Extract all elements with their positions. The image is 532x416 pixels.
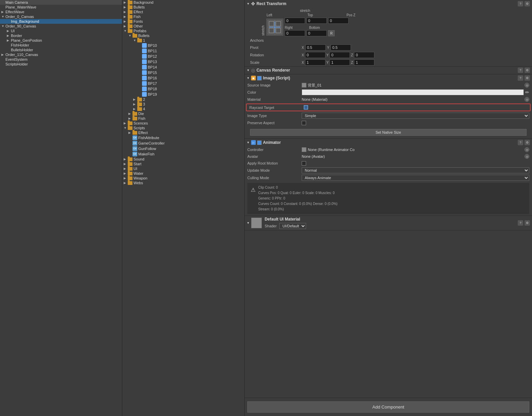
hierarchy-item-plane-genpostion[interactable]: ▶ Plane_GenPostion: [0, 38, 122, 43]
material-picker[interactable]: ◎: [525, 97, 529, 102]
shader-select[interactable]: UI/Default: [279, 223, 306, 229]
add-component-button[interactable]: Add Component: [247, 401, 529, 413]
hierarchy-item-main-camera[interactable]: Main Camera: [0, 0, 122, 5]
project-item-bullets-2[interactable]: ▶ 2: [122, 97, 244, 102]
project-item-fonts[interactable]: ▶ Fonts: [122, 19, 244, 24]
preserve-aspect-checkbox[interactable]: [302, 121, 306, 125]
animator-header[interactable]: ▼ ▷ Animator ? ⚙: [245, 139, 532, 146]
project-item-start[interactable]: ▶ Start: [122, 162, 244, 166]
gear-icon[interactable]: ⚙: [525, 1, 530, 6]
image-script-header[interactable]: ▼ ▣ Image (Script) ? ⚙: [245, 74, 532, 82]
bottom-input[interactable]: [306, 30, 327, 36]
project-item-bp12[interactable]: BP12: [122, 54, 244, 59]
hierarchy-item-order0canvas[interactable]: ▼ Order_0_Canvas: [0, 14, 122, 19]
hierarchy-item-plane-waterwave[interactable]: Plane_WaterWave: [0, 5, 122, 10]
project-item-die[interactable]: ▶ Die: [122, 111, 244, 116]
project-item-bullets-3[interactable]: ▶ 3: [122, 102, 244, 107]
color-swatch[interactable]: [302, 89, 524, 95]
update-mode-select[interactable]: Normal: [302, 167, 529, 173]
project-item-fish2[interactable]: ▶ Fish: [122, 116, 244, 121]
project-item-other[interactable]: ▶ Other: [122, 24, 244, 29]
canvas-renderer-header[interactable]: ▼ ◎ Canvas Renderer ? ⚙: [245, 67, 532, 74]
project-item-weapon[interactable]: ▶ Weapon: [122, 176, 244, 181]
eyedropper-icon[interactable]: ✏: [525, 90, 529, 95]
r-button[interactable]: R: [328, 30, 335, 36]
project-item-bullets-4[interactable]: ▶ 4: [122, 107, 244, 111]
image-enabled-checkbox[interactable]: [257, 76, 262, 80]
source-image-picker[interactable]: ◎: [525, 83, 529, 88]
project-item-scripts[interactable]: ▼ Scripts: [122, 126, 244, 130]
animator-info-icon[interactable]: ?: [518, 140, 523, 145]
native-size-button[interactable]: Set Native Size: [250, 129, 527, 136]
project-item-fish[interactable]: ▶ Fish: [122, 14, 244, 19]
hierarchy-item-border[interactable]: ▶ Border: [0, 33, 122, 38]
project-item-bp11[interactable]: BP11: [122, 48, 244, 54]
raycast-checkbox[interactable]: [304, 105, 308, 110]
project-item-bp13[interactable]: BP13: [122, 59, 244, 64]
hierarchy-item-bulletsholder[interactable]: BulletsHolder: [0, 48, 122, 52]
hierarchy-item-effectwave[interactable]: ▶ EffectWave: [0, 10, 122, 14]
animator-gear-icon[interactable]: ⚙: [525, 140, 530, 145]
material-gear-icon[interactable]: ⚙: [525, 220, 530, 226]
project-item-bp16[interactable]: BP16: [122, 75, 244, 81]
project-item-bullets[interactable]: ▶ Bullets: [122, 5, 244, 10]
rect-transform-header[interactable]: ▼ ✥ Rect Transform ? ⚙: [245, 0, 532, 7]
hierarchy-item-ui[interactable]: ▶ UI: [0, 29, 122, 33]
right-input[interactable]: [285, 30, 305, 36]
project-item-background[interactable]: ▶ Background: [122, 0, 244, 5]
project-item-water[interactable]: ▶ Water: [122, 171, 244, 176]
controller-picker[interactable]: ◎: [525, 147, 529, 152]
scale-y-input[interactable]: [330, 59, 350, 65]
project-item-bp14[interactable]: BP14: [122, 64, 244, 70]
project-item-makefish[interactable]: C# MakeFish: [122, 151, 244, 157]
project-item-scences[interactable]: ▶ Scences: [122, 121, 244, 126]
project-item-bp15[interactable]: BP15: [122, 70, 244, 75]
bp-icon: [142, 87, 147, 91]
anchor-diagram[interactable]: [266, 19, 283, 36]
scale-z-input[interactable]: [354, 59, 374, 65]
hierarchy-item-eventsystem[interactable]: EventSystem: [0, 57, 122, 62]
project-item-bp19[interactable]: BP19: [122, 92, 244, 97]
material-info-icon[interactable]: ?: [518, 220, 523, 226]
project-item-webs[interactable]: ▶ Webs: [122, 181, 244, 185]
pivot-x-input[interactable]: [305, 44, 326, 51]
rot-x-input[interactable]: [305, 52, 325, 58]
hierarchy-item-scriptsholder[interactable]: ScriptsHolder: [0, 62, 122, 67]
apply-root-checkbox[interactable]: [302, 161, 306, 166]
hierarchy-item-order90canvas[interactable]: ▼ Order_90_Canvas: [0, 24, 122, 29]
project-item-bp17[interactable]: BP17: [122, 81, 244, 86]
project-item-effect2[interactable]: ▶ Effect: [122, 130, 244, 135]
project-item-prefabs-bullets[interactable]: ▼ Bullets: [122, 33, 244, 38]
hierarchy-item-fishholder[interactable]: FIshHolder: [0, 43, 122, 48]
rot-z-input[interactable]: [354, 52, 374, 58]
project-item-bp18[interactable]: BP18: [122, 86, 244, 92]
avatar-picker[interactable]: ◎: [525, 154, 529, 159]
rot-y-input[interactable]: [330, 52, 350, 58]
image-info-icon[interactable]: ?: [518, 75, 523, 81]
info-icon[interactable]: ?: [518, 1, 523, 6]
top-input[interactable]: [306, 18, 327, 24]
culling-mode-select[interactable]: Always Animate: [302, 175, 529, 181]
project-item-fishattribute[interactable]: C# FishAttribute: [122, 135, 244, 140]
project-item-gunfollow[interactable]: C# GunFollow: [122, 146, 244, 151]
project-item-bullets-1[interactable]: ▼ 1: [122, 38, 244, 43]
default-ui-header[interactable]: ▼ Default UI Material Shader UI/Default …: [245, 216, 532, 230]
scale-x-input[interactable]: [305, 59, 325, 65]
left-input[interactable]: [285, 18, 305, 24]
project-item-ui2[interactable]: ▶ UI: [122, 166, 244, 171]
project-item-effect[interactable]: ▶ Effect: [122, 10, 244, 14]
project-item-prefabs[interactable]: ▼ Prefabs: [122, 29, 244, 33]
pivot-y-input[interactable]: [331, 44, 351, 51]
project-item-bp10[interactable]: BP10: [122, 43, 244, 48]
posz-input[interactable]: [328, 18, 349, 24]
hierarchy-item-img-background[interactable]: Img_Background: [0, 19, 122, 24]
hierarchy-panel: Main Camera Plane_WaterWave ▶ EffectWave…: [0, 0, 122, 416]
image-gear-icon[interactable]: ⚙: [525, 75, 530, 81]
canvas-info-icon[interactable]: ?: [518, 68, 523, 73]
animator-enabled-checkbox[interactable]: [257, 140, 262, 145]
hierarchy-item-order110canvas[interactable]: ▶ Order_110_Canvas: [0, 52, 122, 57]
project-item-sound[interactable]: ▶ Sound: [122, 157, 244, 162]
canvas-gear-icon[interactable]: ⚙: [525, 68, 530, 73]
project-item-gamecontroller[interactable]: C# GameController: [122, 140, 244, 146]
image-type-select[interactable]: Simple: [302, 113, 529, 119]
